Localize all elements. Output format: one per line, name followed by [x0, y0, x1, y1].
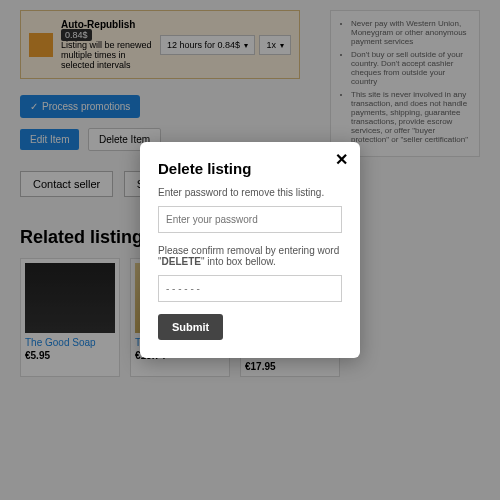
modal-confirm-text: Please confirm removal by entering word …: [158, 245, 342, 267]
modal-title: Delete listing: [158, 160, 342, 177]
close-icon[interactable]: ✕: [335, 152, 348, 168]
modal-overlay: ✕ Delete listing Enter password to remov…: [0, 0, 500, 500]
modal-instruction: Enter password to remove this listing.: [158, 187, 342, 198]
submit-button[interactable]: Submit: [158, 314, 223, 340]
confirm-delete-input[interactable]: [158, 275, 342, 302]
password-input[interactable]: [158, 206, 342, 233]
delete-listing-modal: ✕ Delete listing Enter password to remov…: [140, 142, 360, 358]
